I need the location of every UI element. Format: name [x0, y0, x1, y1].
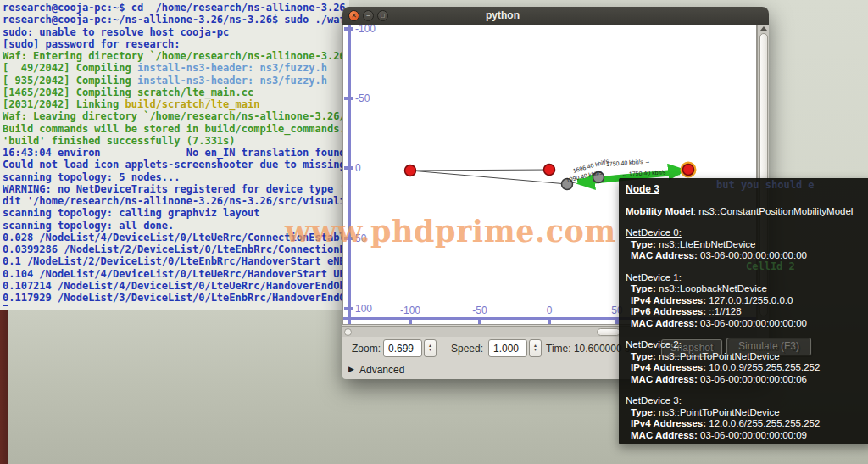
netdevice-name: NetDevice 3: [626, 395, 868, 407]
speed-stepper[interactable]: ▴▾ [529, 339, 542, 357]
watermark: www.phdprime.com [285, 214, 616, 249]
zoom-label: Zoom: [352, 343, 381, 355]
terminal-line: scanning topology: 5 nodes... [3, 171, 349, 183]
pyviz-titlebar[interactable]: ✕ − ▢ python [342, 7, 769, 25]
terminal-line: [sudo] password for research: [3, 38, 349, 50]
topology-link [410, 171, 567, 184]
window-title: python [486, 9, 520, 21]
netdevice-property: IPv6 Addresses: ::1//128 [626, 306, 868, 318]
x-tick [409, 320, 412, 325]
netdevice-name: NetDevice 0: [626, 227, 868, 239]
terminal-line: research@cooja-pc:~$ cd /home/research/n… [3, 2, 349, 14]
terminal-line: 0.104 /NodeList/4/DeviceList/0/LteUeRrc/… [3, 268, 349, 280]
expander-arrow-icon: ▶ [348, 365, 354, 373]
netdevice-property: IPv4 Addresses: 127.0.0.1/255.0.0.0 [626, 295, 868, 307]
simulate-button-ghost: Simulate (F3) [726, 338, 811, 355]
zoom-stepper[interactable]: ▴▾ [424, 339, 437, 357]
y-tick [344, 166, 353, 170]
terminal-line: 0.117929 /NodeList/3/DeviceList/0/LteEnb… [3, 292, 349, 304]
background-window-edge [0, 290, 8, 464]
terminal-line: 0.107214 /NodeList/4/DeviceList/0/LteUeR… [3, 280, 349, 292]
terminal-line: Waf: Entering directory `/home/research/… [3, 50, 349, 62]
terminal-line: 16:43:04 environ No en_IN translation fo… [3, 147, 349, 159]
netdevice-property: Type: ns3::PointToPointNetDevice [626, 407, 868, 419]
netdevice-property: Type: ns3::LteEnbNetDevice [626, 239, 868, 251]
terminal-line: [ 49/2042] Compiling install-ns3-header:… [3, 62, 349, 74]
time-label: Time: 10.600000 s [546, 343, 630, 355]
terminal-line: sudo: unable to resolve host cooja-pc [3, 26, 349, 38]
bleedthrough-text: CellId 2 [746, 261, 795, 273]
y-tick-label: 0 [355, 163, 361, 173]
terminal-line: [ 935/2042] Compiling install-ns3-header… [3, 75, 349, 87]
close-icon[interactable]: ✕ [348, 10, 359, 21]
terminal-line: [1465/2042] Compiling scratch/lte_main.c… [3, 87, 349, 98]
netdevice-property: IPv4 Addresses: 12.0.0.6/255.255.255.252 [626, 418, 868, 430]
x-tick [548, 320, 551, 325]
tooltip-mobility: Mobility Model: ns3::ConstantPositionMob… [626, 206, 868, 218]
horizontal-scrollbar-thumb[interactable] [597, 328, 620, 336]
terminal-output: research@cooja-pc:~$ cd /home/research/n… [3, 2, 349, 304]
x-tick-label: -50 [472, 305, 487, 316]
netdevice-property: MAC Address: 03-06-00:00:00:00:00:00 [626, 318, 868, 330]
terminal-line: research@cooja-pc:~/ns-allinone-3.26/ns-… [3, 14, 349, 25]
enb-node-3[interactable] [683, 165, 694, 176]
tooltip-netdevice: NetDevice 3:Type: ns3::PointToPointNetDe… [626, 395, 868, 441]
maximize-icon[interactable]: ▢ [377, 10, 388, 21]
terminal-window[interactable]: research@cooja-pc:~$ cd /home/research/n… [0, 0, 349, 310]
terminal-line: WARNING: no NetDeviceTraits registered f… [3, 183, 349, 195]
scroll-left-icon[interactable] [344, 328, 352, 336]
y-tick-label: -100 [355, 25, 376, 34]
netdevice-name: NetDevice 1: [626, 272, 868, 284]
enb-node-left[interactable] [405, 165, 416, 176]
speed-label: Speed: [451, 343, 483, 355]
topology-link [410, 170, 549, 171]
terminal-cursor [3, 305, 8, 310]
terminal-line: dit '/home/research/ns-allinone-3.26/ns-… [3, 195, 349, 207]
netdevice-property: MAC Address: 03-06-00:00:00:00:00:06 [626, 374, 868, 386]
x-tick-label: 0 [547, 305, 553, 316]
tooltip-netdevice: NetDevice 1:Type: ns3::LoopbackNetDevice… [626, 272, 868, 330]
y-tick [344, 97, 353, 100]
terminal-line: 0.1 /NodeList/2/DeviceList/0/LteEnbRrc/H… [3, 255, 349, 267]
snapshot-button-ghost: Snapshot [661, 339, 722, 357]
scroll-up-icon[interactable] [760, 25, 768, 32]
bleedthrough-text: but you should e [716, 180, 815, 192]
desktop: research@cooja-pc:~$ cd /home/research/n… [0, 0, 868, 464]
terminal-cursor-line [3, 304, 349, 310]
y-tick [344, 307, 353, 310]
terminal-line: Waf: Leaving directory `/home/research/n… [3, 110, 349, 122]
y-tick-label: 100 [355, 304, 372, 314]
y-tick [344, 27, 353, 31]
zoom-input[interactable] [383, 339, 422, 357]
node-tooltip: Node 3 Mobility Model: ns3::ConstantPosi… [619, 178, 868, 444]
netdevice-property: MAC Address: 03-06-00:00:00:00:00:09 [626, 430, 868, 442]
netdevice-property: IPv4 Addresses: 10.0.0.9/255.255.255.252 [626, 362, 868, 374]
terminal-line: [2031/2042] Linking build/scratch/lte_ma… [3, 98, 349, 110]
tooltip-netdevice: NetDevice 0:Type: ns3::LteEnbNetDeviceMA… [626, 227, 868, 262]
minimize-icon[interactable]: − [363, 10, 374, 21]
x-tick [478, 320, 481, 325]
terminal-line: Could not load icon applets-screenshoote… [3, 159, 349, 171]
y-tick-label: -50 [355, 93, 370, 103]
y-axis-ruler [348, 25, 351, 325]
enb-node-center[interactable] [544, 165, 555, 176]
speed-input[interactable] [488, 339, 527, 357]
netdevice-property: Type: ns3::LoopbackNetDevice [626, 283, 868, 295]
terminal-line: 'build' finished successfully (7.331s) [3, 135, 349, 147]
x-tick-label: -100 [400, 305, 420, 316]
tooltip-devices: NetDevice 0:Type: ns3::LteEnbNetDeviceMA… [626, 227, 868, 441]
advanced-label: Advanced [359, 364, 404, 376]
terminal-line: Build commands will be stored in build/c… [3, 123, 349, 135]
